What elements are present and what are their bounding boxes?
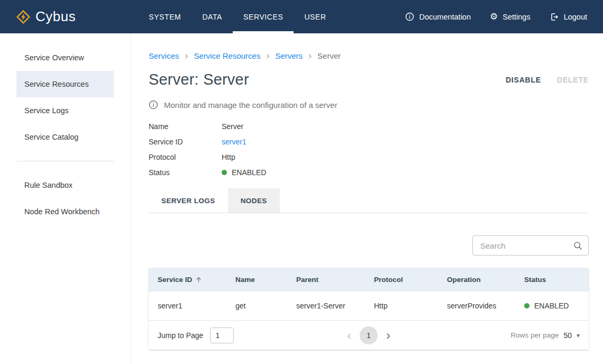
logout-icon	[550, 12, 559, 22]
col-parent[interactable]: Parent	[296, 276, 374, 284]
cell-protocol: Http	[374, 302, 447, 310]
sidebar-item-rule-sandbox[interactable]: Rule Sandbox	[16, 172, 114, 198]
pager: 1	[347, 326, 390, 344]
settings-label: Settings	[502, 13, 530, 21]
nodes-table: Service ID Name Parent Protocol Operatio…	[149, 268, 589, 350]
current-page-button[interactable]: 1	[360, 326, 378, 344]
detail-row-name: Name Server	[149, 119, 589, 134]
rows-per-page-select[interactable]: Rows per page 50	[511, 331, 580, 340]
status-text: ENABLED	[534, 302, 569, 310]
main-nav: SYSTEM DATA SERVICES USER	[138, 0, 337, 33]
tab-server-logs[interactable]: SERVER LOGS	[149, 188, 228, 213]
nav-system[interactable]: SYSTEM	[138, 0, 191, 33]
gear-icon	[490, 12, 498, 21]
detail-value: Server	[222, 122, 243, 131]
detail-row-status: Status ENABLED	[149, 165, 589, 180]
sort-ascending-icon	[195, 276, 203, 284]
rows-per-page-label: Rows per page	[511, 331, 559, 339]
brand-name: Cybus	[35, 8, 76, 25]
col-service-id[interactable]: Service ID	[158, 276, 235, 284]
main-content: Services Service Resources Servers Serve…	[131, 33, 603, 364]
table-footer: Jump to Page 1 Rows per page 50	[149, 321, 589, 350]
cell-status: ENABLED	[524, 302, 589, 310]
search-box	[472, 235, 589, 256]
top-actions: Documentation Settings Logout	[405, 12, 587, 22]
app-window: Cybus SYSTEM DATA SERVICES USER Document…	[0, 0, 603, 364]
status-dot-icon	[222, 170, 227, 175]
status-dot-icon	[524, 303, 529, 308]
page-title: Server: Server	[149, 71, 249, 88]
logout-label: Logout	[564, 13, 587, 21]
detail-row-protocol: Protocol Http	[149, 149, 589, 165]
breadcrumb-current: Server	[317, 51, 341, 60]
documentation-label: Documentation	[419, 13, 471, 21]
detail-label: Name	[149, 122, 222, 131]
previous-page-icon[interactable]	[347, 329, 351, 342]
search-input[interactable]	[473, 241, 573, 250]
rows-per-page-value: 50	[563, 331, 572, 340]
table-row[interactable]: server1 get server1-Server Http serverPr…	[149, 292, 589, 321]
breadcrumb-servers[interactable]: Servers	[275, 51, 303, 60]
nav-user[interactable]: USER	[294, 0, 336, 33]
breadcrumb: Services Service Resources Servers Serve…	[149, 51, 589, 60]
nav-services[interactable]: SERVICES	[233, 0, 294, 33]
title-actions: DISABLE DELETE	[506, 76, 589, 84]
subtitle-text: Monitor and manage the configuration of …	[164, 101, 337, 110]
cell-service-id: server1	[158, 302, 235, 310]
col-protocol[interactable]: Protocol	[374, 276, 447, 284]
sidebar-item-service-catalog[interactable]: Service Catalog	[16, 124, 114, 150]
sidebar-item-service-logs[interactable]: Service Logs	[16, 97, 114, 124]
service-id-link[interactable]: server1	[222, 138, 246, 146]
breadcrumb-service-resources[interactable]: Service Resources	[194, 51, 261, 60]
status-text: ENABLED	[232, 168, 266, 177]
sidebar-item-service-overview[interactable]: Service Overview	[16, 44, 114, 71]
tabs-divider	[149, 213, 589, 213]
col-operation[interactable]: Operation	[447, 276, 524, 284]
info-circle-icon	[149, 100, 158, 110]
cybus-logo-icon	[16, 10, 31, 24]
cell-name: get	[235, 302, 296, 310]
settings-button[interactable]: Settings	[490, 12, 531, 21]
tab-bar: SERVER LOGS NODES	[149, 188, 589, 213]
cell-parent: server1-Server	[296, 302, 374, 310]
sidebar: Service Overview Service Resources Servi…	[0, 33, 131, 364]
breadcrumb-services[interactable]: Services	[149, 51, 179, 60]
jump-to-page-label: Jump to Page	[158, 331, 203, 340]
documentation-button[interactable]: Documentation	[405, 12, 471, 21]
nav-data[interactable]: DATA	[191, 0, 233, 33]
cell-operation: serverProvides	[447, 302, 524, 310]
col-label: Service ID	[158, 276, 192, 284]
sidebar-item-service-resources[interactable]: Service Resources	[16, 71, 114, 97]
next-page-icon[interactable]	[386, 329, 390, 342]
detail-label: Protocol	[149, 153, 222, 161]
server-details: Name Server Service ID server1 Protocol …	[149, 119, 589, 180]
cybus-logo[interactable]: Cybus	[16, 8, 76, 25]
chevron-right-icon	[266, 51, 269, 60]
status-badge: ENABLED	[222, 168, 266, 177]
sidebar-item-node-red-workbench[interactable]: Node Red Workbench	[16, 198, 114, 225]
chevron-right-icon	[308, 51, 312, 60]
detail-label: Service ID	[149, 138, 222, 146]
logout-button[interactable]: Logout	[550, 12, 587, 22]
disable-button[interactable]: DISABLE	[506, 76, 541, 84]
search-icon[interactable]	[573, 241, 583, 251]
caret-down-icon	[577, 331, 580, 339]
info-circle-icon	[405, 12, 414, 21]
top-navigation-bar: Cybus SYSTEM DATA SERVICES USER Document…	[0, 0, 603, 33]
detail-value: Http	[222, 153, 235, 161]
tab-nodes[interactable]: NODES	[228, 188, 280, 213]
sidebar-divider	[16, 161, 114, 161]
jump-to-page-input[interactable]	[210, 327, 234, 343]
delete-button[interactable]: DELETE	[557, 76, 589, 84]
detail-label: Status	[149, 168, 222, 177]
table-header-row: Service ID Name Parent Protocol Operatio…	[149, 268, 589, 292]
col-status[interactable]: Status	[524, 276, 589, 284]
detail-row-service-id: Service ID server1	[149, 134, 589, 149]
page-subtitle: Monitor and manage the configuration of …	[149, 100, 589, 110]
chevron-right-icon	[185, 51, 188, 60]
col-name[interactable]: Name	[235, 276, 296, 284]
jump-to-page: Jump to Page	[158, 327, 234, 343]
